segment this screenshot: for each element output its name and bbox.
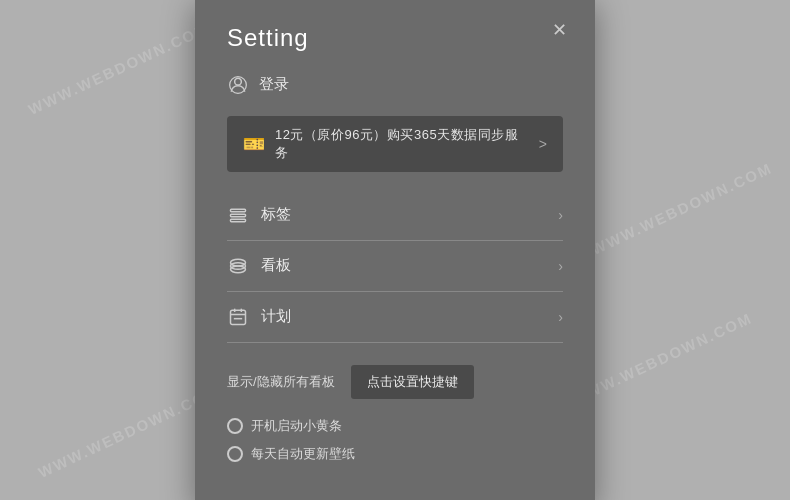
menu-item-kanban[interactable]: 看板 › [227, 241, 563, 292]
promo-text: 12元（原价96元）购买365天数据同步服务 [275, 126, 529, 162]
promo-arrow: > [539, 136, 547, 152]
wallpaper-checkbox[interactable] [227, 446, 243, 462]
svg-rect-4 [231, 219, 246, 222]
plan-arrow: › [558, 309, 563, 325]
svg-rect-2 [231, 209, 246, 212]
settings-dialog: ✕ Setting 登录 🎫 12元（原价96元）购买365天数据同步服务 > [195, 0, 595, 500]
startup-label: 开机启动小黄条 [251, 417, 342, 435]
user-icon [227, 74, 249, 96]
svg-rect-8 [231, 310, 246, 324]
promo-icon: 🎫 [243, 133, 265, 155]
tags-arrow: › [558, 207, 563, 223]
kanban-label: 看板 [261, 256, 546, 275]
login-label: 登录 [259, 75, 289, 94]
actions-row: 显示/隐藏所有看板 点击设置快捷键 [227, 365, 563, 399]
login-row[interactable]: 登录 [227, 74, 563, 100]
set-shortcut-button[interactable]: 点击设置快捷键 [351, 365, 474, 399]
startup-checkbox-row[interactable]: 开机启动小黄条 [227, 417, 563, 435]
wallpaper-label: 每天自动更新壁纸 [251, 445, 355, 463]
svg-rect-3 [231, 214, 246, 217]
startup-checkbox[interactable] [227, 418, 243, 434]
tags-icon [227, 204, 249, 226]
menu-list: 标签 › 看板 › [227, 190, 563, 343]
menu-item-plan[interactable]: 计划 › [227, 292, 563, 343]
promo-bar[interactable]: 🎫 12元（原价96元）购买365天数据同步服务 > [227, 116, 563, 172]
svg-point-0 [235, 78, 242, 85]
wallpaper-checkbox-row[interactable]: 每天自动更新壁纸 [227, 445, 563, 463]
plan-label: 计划 [261, 307, 546, 326]
kanban-icon [227, 255, 249, 277]
menu-item-tags[interactable]: 标签 › [227, 190, 563, 241]
tags-label: 标签 [261, 205, 546, 224]
toggle-boards-label: 显示/隐藏所有看板 [227, 373, 335, 391]
close-button[interactable]: ✕ [547, 18, 571, 42]
dialog-title: Setting [227, 24, 563, 52]
kanban-arrow: › [558, 258, 563, 274]
plan-icon [227, 306, 249, 328]
